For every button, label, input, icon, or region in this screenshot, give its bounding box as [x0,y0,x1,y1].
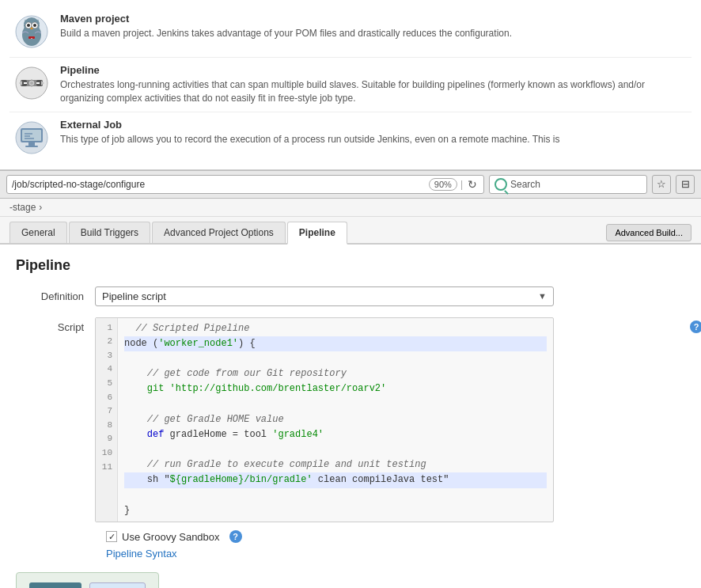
svg-point-6 [33,24,36,27]
address-text: /job/scripted-no-stage/configure [12,179,426,190]
svg-text:M: M [31,37,32,40]
pipeline-project-desc: Orchestrates long-running activities tha… [60,78,688,105]
external-job-info: External Job This type of job allows you… [60,119,559,146]
external-job-name: External Job [60,119,559,131]
groovy-sandbox-label: Use Groovy Sandbox [122,531,220,543]
groovy-sandbox-row: Use Groovy Sandbox ? [106,530,685,543]
apply-button[interactable]: Apply [89,582,146,588]
search-icon [494,178,507,191]
browser-bar: /job/scripted-no-stage/configure 90% | ↻… [0,170,701,199]
maven-project-name: Maven project [60,13,512,25]
search-text: Search [510,179,642,190]
bookmark-button[interactable]: ☆ [652,175,671,194]
groovy-sandbox-checkbox[interactable] [106,531,117,542]
maven-icon: M [13,13,51,51]
separator: | [460,179,463,190]
pipeline-project-item[interactable]: Pipeline Orchestrates long-running activ… [9,58,692,112]
project-types-section: M Maven project Build a maven project. J… [0,0,701,170]
svg-point-17 [30,82,33,85]
select-arrow-icon: ▼ [538,291,547,301]
groovy-sandbox-help-icon[interactable]: ? [229,530,242,543]
breadcrumb-sep: › [39,202,42,213]
tab-pipeline[interactable]: Pipeline [287,222,347,245]
pipeline-syntax-link[interactable]: Pipeline Syntax [106,548,685,560]
menu-button[interactable]: ⊟ [676,175,695,194]
maven-project-desc: Build a maven project. Jenkins takes adv… [60,27,512,40]
line-numbers: 1 2 3 4 5 6 7 8 9 10 11 [96,318,118,522]
tab-build-triggers[interactable]: Build Triggers [69,222,150,243]
external-job-item[interactable]: External Job This type of job allows you… [9,112,692,163]
external-job-desc: This type of job allows you to record th… [60,133,559,146]
button-bar: Save Apply [16,572,159,588]
pipeline-icon [13,64,51,102]
svg-rect-26 [25,146,38,147]
main-content: Pipeline Definition Pipeline script ▼ Sc… [0,245,701,588]
script-row: Script 1 2 3 4 5 6 7 8 9 10 11 [16,317,685,522]
tab-advanced-project-options[interactable]: Advanced Project Options [152,222,286,243]
zoom-badge: 90% [429,178,457,191]
svg-rect-24 [22,130,41,141]
script-label: Script [16,317,95,333]
svg-point-5 [27,24,30,27]
save-button[interactable]: Save [29,582,81,588]
breadcrumb-current: -stage [9,202,36,213]
definition-select[interactable]: Pipeline script ▼ [95,286,554,306]
definition-control: Pipeline script ▼ [95,286,685,306]
definition-selected-value: Pipeline script [102,290,166,302]
svg-rect-25 [28,142,35,146]
definition-row: Definition Pipeline script ▼ [16,286,685,306]
script-help-icon[interactable]: ? [690,321,701,333]
pipeline-section-title: Pipeline [16,257,685,274]
external-job-icon [13,119,51,157]
refresh-button[interactable]: ↻ [466,178,479,191]
pipeline-project-info: Pipeline Orchestrates long-running activ… [60,64,688,105]
definition-label: Definition [16,286,95,302]
breadcrumb: -stage › [0,199,701,217]
address-bar[interactable]: /job/scripted-no-stage/configure 90% | ↻ [6,175,484,194]
code-editor[interactable]: 1 2 3 4 5 6 7 8 9 10 11 // Scripted Pipe… [95,317,554,522]
tab-general[interactable]: General [9,222,67,243]
search-bar[interactable]: Search [489,175,647,194]
script-area: 1 2 3 4 5 6 7 8 9 10 11 // Scripted Pipe… [95,317,685,522]
advanced-build-button[interactable]: Advanced Build... [606,224,692,241]
maven-project-item[interactable]: M Maven project Build a maven project. J… [9,6,692,58]
tabs-bar: General Build Triggers Advanced Project … [0,217,701,245]
code-content[interactable]: // Scripted Pipeline node ('worker_node1… [118,318,553,522]
maven-project-info: Maven project Build a maven project. Jen… [60,13,512,40]
pipeline-project-name: Pipeline [60,64,688,76]
